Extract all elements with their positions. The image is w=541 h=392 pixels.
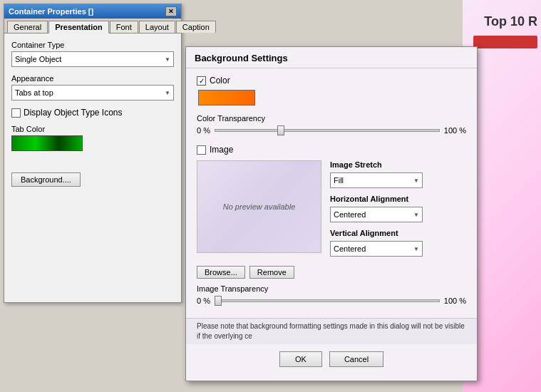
image-stretch-label: Image Stretch xyxy=(330,160,466,169)
color-section: ✓ Color xyxy=(197,76,466,105)
container-properties-title: Container Properties [] xyxy=(9,7,93,16)
image-stretch-dropdown[interactable]: Fill ▼ xyxy=(330,172,423,188)
background-settings-dialog: Background Settings ✓ Color Color Transp… xyxy=(185,46,478,381)
container-properties-titlebar: Container Properties [] ✕ xyxy=(4,4,181,19)
image-transparency-label: Image Transparency xyxy=(197,284,466,293)
stretch-dropdown-arrow-icon: ▼ xyxy=(413,177,419,184)
tab-presentation[interactable]: Presentation xyxy=(48,21,109,33)
slider-handle-icon xyxy=(277,125,284,135)
browse-remove-row: Browse... Remove xyxy=(197,266,466,279)
tab-layout[interactable]: Layout xyxy=(139,21,175,33)
color-label: Color xyxy=(210,76,230,86)
ok-button[interactable]: OK xyxy=(279,351,322,367)
image-transparency-slider-row: 0 % 100 % xyxy=(197,295,466,306)
bg-settings-content: ✓ Color Color Transparency 0 % 100 % Ima… xyxy=(186,68,477,318)
color-transparency-label: Color Transparency xyxy=(197,114,466,123)
display-icons-row: Display Object Type Icons xyxy=(11,108,174,118)
note-text: Please note that background formatting s… xyxy=(186,318,477,344)
container-properties-window: Container Properties [] ✕ General Presen… xyxy=(4,4,182,303)
dialog-buttons: OK Cancel xyxy=(186,344,477,374)
remove-button[interactable]: Remove xyxy=(249,266,294,279)
container-type-dropdown[interactable]: Single Object ▼ xyxy=(11,51,174,67)
image-checkbox[interactable] xyxy=(197,145,206,155)
horizontal-align-dropdown[interactable]: Centered ▼ xyxy=(330,207,423,222)
bg-settings-title: Background Settings xyxy=(186,47,477,68)
bg-right-bar xyxy=(473,36,537,48)
appearance-value: Tabs at top xyxy=(15,88,53,97)
appearance-dropdown[interactable]: Tabs at top ▼ xyxy=(11,85,174,100)
titlebar-buttons: ✕ xyxy=(165,6,177,16)
transparency-min-label: 0 % xyxy=(197,126,210,135)
vertical-align-dropdown[interactable]: Centered ▼ xyxy=(330,241,423,257)
dropdown-arrow-icon: ▼ xyxy=(165,56,170,63)
vertical-align-label: Vertical Alignment xyxy=(330,229,466,237)
horizontal-align-value: Centered xyxy=(334,210,366,219)
horizontal-align-label: Horizontal Alignment xyxy=(330,195,466,203)
tab-font[interactable]: Font xyxy=(110,21,138,33)
bg-right-title: Top 10 R xyxy=(484,14,537,29)
color-transparency-slider[interactable] xyxy=(215,125,440,136)
img-trans-min-label: 0 % xyxy=(197,296,210,305)
color-checkbox[interactable]: ✓ xyxy=(197,76,206,86)
close-button[interactable]: ✕ xyxy=(165,6,177,16)
display-icons-label: Display Object Type Icons xyxy=(24,108,123,118)
image-preview-area: No preview available Image Stretch Fill … xyxy=(197,160,466,260)
v-align-dropdown-arrow-icon: ▼ xyxy=(413,246,419,252)
transparency-max-label: 100 % xyxy=(444,126,466,135)
img-slider-handle-icon xyxy=(215,296,222,306)
container-type-value: Single Object xyxy=(15,55,61,63)
image-label: Image xyxy=(210,145,233,155)
color-checkbox-row: ✓ Color xyxy=(197,76,466,86)
h-align-dropdown-arrow-icon: ▼ xyxy=(413,212,419,218)
appearance-label: Appearance xyxy=(11,74,174,83)
cancel-button[interactable]: Cancel xyxy=(329,351,383,367)
image-preview-box: No preview available xyxy=(197,160,321,253)
slider-track xyxy=(215,129,440,132)
color-swatch-orange[interactable] xyxy=(198,90,255,105)
tab-color-swatch[interactable] xyxy=(11,135,83,151)
display-icons-checkbox[interactable] xyxy=(11,108,21,118)
color-transparency-slider-row: 0 % 100 % xyxy=(197,125,466,136)
image-transparency-slider[interactable] xyxy=(215,295,440,306)
image-transparency-section: Image Transparency 0 % 100 % xyxy=(197,284,466,306)
tabs-row: General Presentation Font Layout Caption xyxy=(4,19,181,33)
browse-button[interactable]: Browse... xyxy=(197,266,245,279)
background-button[interactable]: Background.... xyxy=(11,172,81,187)
presentation-content: Container Type Single Object ▼ Appearanc… xyxy=(4,33,181,194)
tab-caption[interactable]: Caption xyxy=(176,21,216,33)
preview-text: No preview available xyxy=(223,202,296,211)
container-type-label: Container Type xyxy=(11,41,174,49)
img-slider-track xyxy=(215,299,440,302)
img-trans-max-label: 100 % xyxy=(444,296,466,305)
color-transparency-section: Color Transparency 0 % 100 % xyxy=(197,114,466,136)
dropdown-arrow2-icon: ▼ xyxy=(165,90,170,96)
vertical-align-value: Centered xyxy=(334,244,366,253)
image-checkbox-row: Image xyxy=(197,145,466,155)
image-stretch-value: Fill xyxy=(334,176,344,185)
image-options: Image Stretch Fill ▼ Horizontal Alignmen… xyxy=(330,160,466,260)
tab-general[interactable]: General xyxy=(7,21,48,33)
tab-color-label: Tab Color xyxy=(11,125,174,133)
